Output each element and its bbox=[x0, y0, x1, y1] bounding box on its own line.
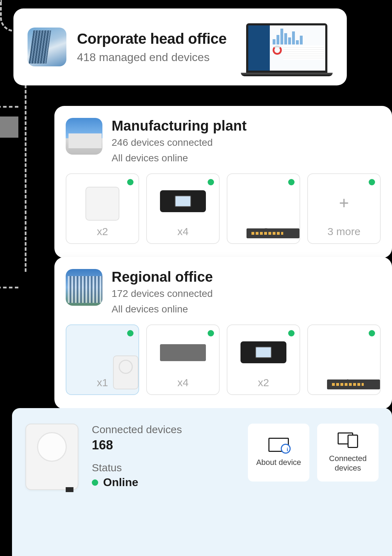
device-tile-more[interactable]: + 3 more bbox=[307, 173, 381, 244]
device-count: x2 bbox=[97, 226, 108, 238]
site-title: Regional office bbox=[112, 269, 213, 285]
device-count: 3 more bbox=[327, 226, 360, 238]
manufacturing-site-card[interactable]: Manufacturing plant 246 devices connecte… bbox=[54, 106, 392, 258]
device-tile-box[interactable]: x4 bbox=[146, 324, 220, 395]
connector-line bbox=[25, 85, 26, 272]
dashboard-laptop-icon bbox=[241, 23, 333, 83]
connected-devices-label: Connected devices bbox=[317, 454, 379, 473]
device-tile-router[interactable]: x4 bbox=[146, 173, 220, 244]
manufacturing-thumbnail bbox=[66, 118, 102, 155]
connected-devices-value: 168 bbox=[92, 438, 234, 453]
device-tile-switch[interactable]: x4 bbox=[307, 324, 381, 395]
status-dot-online bbox=[369, 179, 375, 185]
plus-icon: + bbox=[339, 193, 349, 213]
device-count: x1 bbox=[97, 377, 108, 389]
site-device-count: 246 devices connected bbox=[112, 136, 247, 149]
router-icon bbox=[240, 341, 286, 363]
connected-devices-label: Connected devices bbox=[92, 424, 234, 436]
status-dot-online bbox=[127, 330, 133, 336]
status-dot-online bbox=[369, 330, 375, 336]
status-dot-online bbox=[288, 330, 295, 336]
device-tile-access-point[interactable]: x2 bbox=[66, 173, 139, 244]
status-dot-online bbox=[208, 179, 214, 185]
status-dot-online bbox=[92, 479, 98, 486]
selected-device-image bbox=[25, 424, 78, 490]
device-tile-switch[interactable]: x3 bbox=[227, 173, 300, 244]
device-detail-panel: Connected devices 168 Status Online Abou… bbox=[12, 408, 392, 556]
switch-icon bbox=[327, 379, 380, 389]
regional-site-card[interactable]: Regional office 172 devices connected Al… bbox=[54, 257, 392, 409]
site-device-count: 172 devices connected bbox=[112, 287, 213, 300]
device-count: x4 bbox=[177, 377, 189, 389]
head-office-subtitle: 418 managed end devices bbox=[77, 51, 227, 64]
connected-devices-button[interactable]: Connected devices bbox=[317, 424, 379, 482]
site-status-line: All devices online bbox=[112, 151, 247, 165]
device-detail-info: Connected devices 168 Status Online bbox=[92, 424, 234, 540]
connector-line bbox=[0, 287, 18, 288]
site-title: Manufacturing plant bbox=[112, 118, 247, 134]
device-tile-row: x1 x4 x2 x4 bbox=[66, 324, 381, 395]
about-device-label: About device bbox=[256, 458, 301, 467]
head-office-text: Corporate head office 418 managed end de… bbox=[77, 30, 227, 64]
router-icon bbox=[160, 190, 206, 212]
status-value: Online bbox=[103, 476, 138, 489]
head-office-thumbnail bbox=[28, 28, 66, 66]
about-device-icon bbox=[268, 438, 289, 452]
about-device-button[interactable]: About device bbox=[248, 424, 309, 482]
status-dot-online bbox=[208, 330, 214, 336]
connected-devices-icon bbox=[338, 432, 358, 448]
device-tile-gateway[interactable]: x1 bbox=[66, 324, 139, 395]
gateway-icon bbox=[113, 355, 138, 389]
status-dot-online bbox=[127, 179, 133, 185]
device-count: x2 bbox=[258, 377, 269, 389]
connector-line bbox=[0, 106, 18, 108]
switch-icon bbox=[247, 228, 299, 238]
device-count: x4 bbox=[177, 226, 189, 238]
head-office-card[interactable]: Corporate head office 418 managed end de… bbox=[13, 8, 347, 85]
status-dot-online bbox=[288, 179, 295, 185]
access-point-icon bbox=[85, 187, 119, 221]
device-tile-router[interactable]: x2 bbox=[227, 324, 300, 395]
status-label: Status bbox=[92, 462, 234, 474]
site-status-line: All devices online bbox=[112, 303, 213, 316]
regional-thumbnail bbox=[66, 269, 102, 306]
appliance-icon bbox=[160, 344, 206, 361]
head-office-title: Corporate head office bbox=[77, 30, 227, 47]
map-background-fragment bbox=[0, 116, 18, 138]
device-tile-row: x2 x4 x3 + 3 more bbox=[66, 173, 381, 244]
